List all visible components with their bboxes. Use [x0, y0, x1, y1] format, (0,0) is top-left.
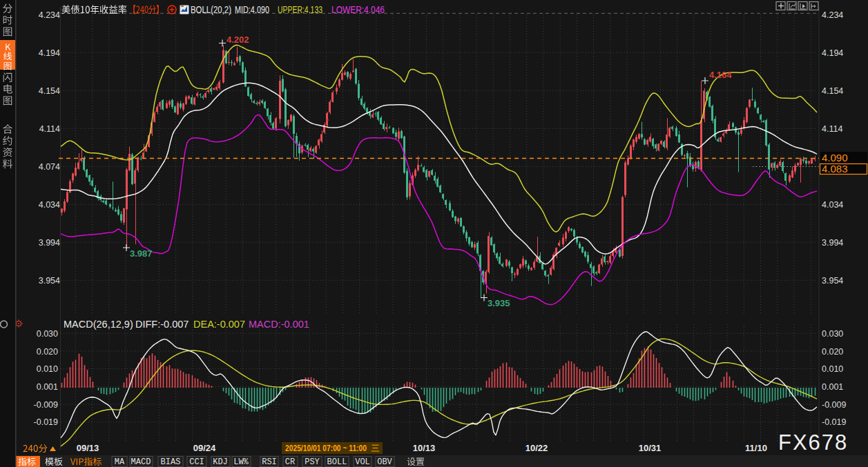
svg-text:4.154: 4.154	[822, 86, 843, 96]
svg-text:PSY: PSY	[305, 457, 320, 467]
svg-text:-0.019: -0.019	[822, 417, 846, 427]
svg-text:MACD:-0.001: MACD:-0.001	[249, 319, 309, 330]
svg-text:11/10: 11/10	[745, 443, 767, 453]
svg-text:FX678: FX678	[778, 430, 848, 455]
svg-text:3.954: 3.954	[39, 276, 60, 286]
svg-text:MA: MA	[115, 457, 125, 467]
svg-text:4.234: 4.234	[39, 10, 60, 20]
svg-text:-0.019: -0.019	[34, 417, 58, 427]
svg-text:0.030: 0.030	[37, 329, 58, 339]
svg-text:10/22: 10/22	[525, 443, 548, 453]
svg-text:MACD(26,12,9): MACD(26,12,9)	[64, 319, 133, 330]
svg-text:4.114: 4.114	[822, 124, 842, 134]
svg-text:4.074: 4.074	[39, 162, 60, 172]
svg-text:KDJ: KDJ	[213, 457, 228, 467]
svg-text:4.154: 4.154	[39, 86, 60, 96]
svg-text:VOL: VOL	[355, 457, 370, 467]
svg-text:3.935: 3.935	[488, 298, 510, 308]
svg-text:09/13: 09/13	[77, 443, 99, 453]
svg-text:10/13: 10/13	[413, 443, 436, 453]
svg-text:UPPER:4.133: UPPER:4.133	[278, 4, 322, 15]
svg-text:0.001: 0.001	[37, 382, 58, 392]
svg-text:4.234: 4.234	[822, 10, 843, 20]
svg-text:4.202: 4.202	[226, 34, 249, 45]
svg-text:4.114: 4.114	[39, 124, 60, 134]
svg-text:3.987: 3.987	[130, 248, 153, 259]
svg-text:3.994: 3.994	[39, 238, 60, 248]
svg-text:BOLL: BOLL	[327, 457, 347, 467]
svg-text:4.083: 4.083	[822, 163, 848, 175]
svg-text:0.020: 0.020	[822, 347, 843, 357]
svg-text:4.194: 4.194	[39, 48, 60, 58]
svg-text:MID:4.090: MID:4.090	[235, 4, 269, 15]
svg-text:MACD: MACD	[131, 457, 151, 467]
svg-text:09/24: 09/24	[193, 443, 216, 453]
svg-text:2025/10/01 07:00 ~ 11:00: 2025/10/01 07:00 ~ 11:00	[285, 443, 367, 453]
svg-text:BOLL(20,2): BOLL(20,2)	[191, 4, 231, 15]
svg-text:LW%: LW%	[233, 457, 249, 467]
svg-text:-0.009: -0.009	[822, 400, 846, 410]
svg-text:-0.009: -0.009	[34, 400, 58, 410]
svg-text:0.010: 0.010	[37, 364, 58, 374]
svg-text:BIAS: BIAS	[161, 457, 181, 467]
svg-text:DEA:-0.007: DEA:-0.007	[193, 319, 245, 330]
svg-text:4.090: 4.090	[822, 152, 848, 163]
svg-text:10/31: 10/31	[639, 443, 662, 453]
svg-text:4.164: 4.164	[709, 70, 732, 80]
svg-text:RSI: RSI	[262, 457, 277, 467]
svg-text:0.010: 0.010	[822, 364, 843, 374]
svg-text:0.020: 0.020	[37, 347, 58, 357]
svg-text:4.194: 4.194	[822, 48, 843, 58]
svg-text:0.030: 0.030	[822, 329, 843, 339]
svg-text:4.034: 4.034	[822, 200, 843, 210]
svg-text:3.954: 3.954	[822, 276, 843, 286]
svg-text:4.034: 4.034	[39, 200, 60, 210]
svg-text:LOWER:4.046: LOWER:4.046	[331, 4, 385, 15]
svg-text:DIFF:-0.007: DIFF:-0.007	[135, 319, 189, 330]
svg-text:3.994: 3.994	[822, 238, 843, 248]
svg-text:0.001: 0.001	[822, 382, 843, 392]
svg-text:OBV: OBV	[377, 457, 392, 467]
svg-text:CR: CR	[285, 457, 295, 467]
svg-text:CCI: CCI	[189, 457, 204, 467]
